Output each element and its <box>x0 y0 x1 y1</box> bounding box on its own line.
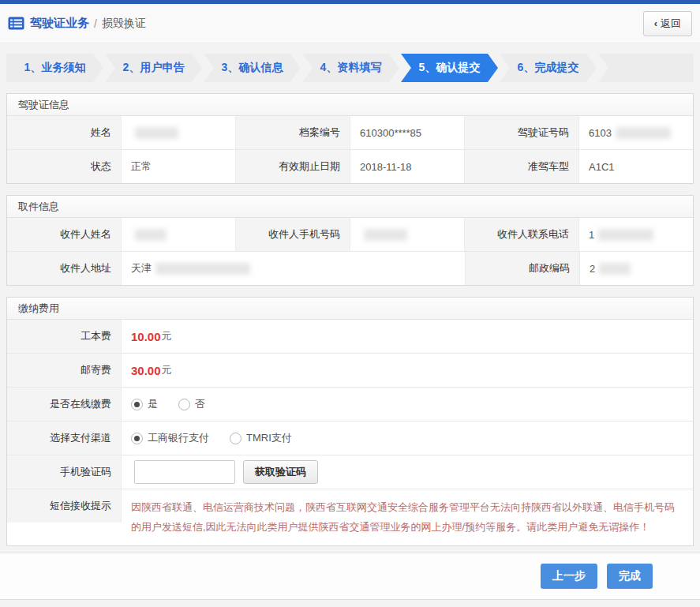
recipient-mobile-label: 收件人手机号码 <box>236 218 350 251</box>
address-value: 天津 <box>122 252 466 285</box>
breadcrumb-separator: / <box>94 17 97 30</box>
payment-title: 缴纳费用 <box>7 298 693 320</box>
status-value: 正常 <box>122 150 236 183</box>
sms-notice-row: 短信接收提示 因陕西省联通、电信运营商技术问题，陕西省互联网交通安全综合服务管理… <box>7 489 693 545</box>
postcode-label: 邮政编码 <box>466 252 580 285</box>
license-info-panel: 驾驶证信息 姓名 档案编号 610300****85 驾驶证号码 6103 状态… <box>6 93 694 184</box>
mailing-fee-amount: 30.00 <box>131 364 161 377</box>
recipient-mobile-value <box>350 218 465 251</box>
radio-icon <box>131 433 143 444</box>
step-wizard: 1、业务须知 2、用户申告 3、确认信息 4、资料填写 5、确认提交 6、完成提… <box>6 54 694 82</box>
redacted-name <box>135 127 178 139</box>
payment-channel-label: 选择支付渠道 <box>7 422 122 455</box>
captcha-controls: 获取验证码 <box>122 455 693 489</box>
address-label: 收件人地址 <box>7 252 122 285</box>
online-pay-no-radio[interactable]: 否 <box>178 397 205 411</box>
license-business-icon <box>8 17 24 30</box>
recipient-name-value <box>122 218 236 251</box>
channel-icbc-label: 工商银行支付 <box>148 431 209 445</box>
back-chevron-icon: ‹ <box>654 17 657 29</box>
back-button-label: 返回 <box>661 17 681 31</box>
captcha-row: 手机验证码 获取验证码 <box>7 455 693 489</box>
step-5-confirm-submit[interactable]: 5、确认提交 <box>401 54 498 82</box>
footer-actions: 上一步 完成 <box>0 553 700 600</box>
page-title: 驾驶证业务 <box>30 16 89 31</box>
file-no-value: 610300****85 <box>350 116 465 149</box>
production-fee-row: 工本费 10.00 元 <box>7 320 693 354</box>
expiry-value: 2018-11-18 <box>350 150 465 183</box>
expiry-label: 有效期止日期 <box>236 150 350 183</box>
license-no-value: 6103 <box>579 116 693 149</box>
redacted-license-no <box>616 127 671 139</box>
online-pay-label: 是否在线缴费 <box>7 388 122 421</box>
production-fee-amount: 10.00 <box>131 330 161 343</box>
step-2-user-declaration[interactable]: 2、用户申告 <box>105 54 202 82</box>
payment-channel-row: 选择支付渠道 工商银行支付 TMRI支付 <box>7 422 693 455</box>
captcha-input[interactable] <box>134 460 235 484</box>
step-1-business-notice[interactable]: 1、业务须知 <box>6 54 103 82</box>
fee-unit: 元 <box>162 329 172 343</box>
table-row: 姓名 档案编号 610300****85 驾驶证号码 6103 <box>7 116 693 150</box>
sms-notice-text: 因陕西省联通、电信运营商技术问题，陕西省互联网交通安全综合服务管理平台无法向持陕… <box>122 489 693 545</box>
online-pay-options: 是 否 <box>122 388 693 421</box>
online-pay-no-label: 否 <box>195 397 205 411</box>
table-row: 收件人地址 天津 邮政编码 2 <box>7 252 693 285</box>
radio-icon <box>178 399 190 410</box>
payment-panel: 缴纳费用 工本费 10.00 元 邮寄费 30.00 元 是否在线缴费 是 否 … <box>6 297 694 546</box>
channel-tmri-radio[interactable]: TMRI支付 <box>230 431 292 445</box>
captcha-label: 手机验证码 <box>7 455 122 489</box>
channel-tmri-label: TMRI支付 <box>246 431 292 445</box>
pickup-info-panel: 取件信息 收件人姓名 收件人手机号码 收件人联系电话 1 收件人地址 天津 邮政… <box>6 195 694 286</box>
vehicle-type-value: A1C1 <box>579 150 693 183</box>
recipient-phone-value: 1 <box>579 218 693 251</box>
payment-channel-options: 工商银行支付 TMRI支付 <box>122 422 693 455</box>
postcode-value: 2 <box>580 252 693 285</box>
previous-step-button[interactable]: 上一步 <box>541 564 597 589</box>
page-header: 驾驶证业务 / 损毁换证 ‹ 返回 <box>0 4 700 43</box>
radio-icon <box>131 399 143 410</box>
mailing-fee-label: 邮寄费 <box>7 354 122 387</box>
step-4-fill-materials[interactable]: 4、资料填写 <box>302 54 399 82</box>
production-fee-value: 10.00 元 <box>122 320 693 353</box>
online-pay-yes-label: 是 <box>148 397 158 411</box>
production-fee-label: 工本费 <box>7 320 122 353</box>
mailing-fee-row: 邮寄费 30.00 元 <box>7 354 693 388</box>
get-captcha-button[interactable]: 获取验证码 <box>243 460 318 484</box>
redacted-postcode <box>599 263 631 275</box>
step-6-complete-submit[interactable]: 6、完成提交 <box>500 54 597 82</box>
redacted-address <box>155 263 250 275</box>
breadcrumb-current: 损毁换证 <box>102 17 146 31</box>
channel-icbc-radio[interactable]: 工商银行支付 <box>131 431 209 445</box>
sms-notice-label: 短信接收提示 <box>7 489 122 523</box>
recipient-name-label: 收件人姓名 <box>7 218 122 251</box>
fee-unit: 元 <box>162 363 172 377</box>
table-row: 状态 正常 有效期止日期 2018-11-18 准驾车型 A1C1 <box>7 150 693 183</box>
mailing-fee-value: 30.00 元 <box>122 354 693 387</box>
online-pay-yes-radio[interactable]: 是 <box>131 397 158 411</box>
name-label: 姓名 <box>7 116 122 149</box>
step-3-confirm-info[interactable]: 3、确认信息 <box>204 54 301 82</box>
step-bar-filler <box>598 54 694 82</box>
license-no-label: 驾驶证号码 <box>465 116 579 149</box>
redacted-recipient-phone <box>598 229 653 241</box>
pickup-info-title: 取件信息 <box>7 196 693 218</box>
file-no-label: 档案编号 <box>236 116 350 149</box>
back-button[interactable]: ‹ 返回 <box>643 11 692 36</box>
finish-button[interactable]: 完成 <box>607 564 653 589</box>
redacted-recipient-name <box>135 229 167 241</box>
radio-icon <box>230 433 241 444</box>
recipient-phone-label: 收件人联系电话 <box>465 218 579 251</box>
license-info-title: 驾驶证信息 <box>7 94 693 116</box>
vehicle-type-label: 准驾车型 <box>465 150 579 183</box>
table-row: 收件人姓名 收件人手机号码 收件人联系电话 1 <box>7 218 693 252</box>
redacted-recipient-mobile <box>364 229 407 241</box>
name-value <box>122 116 236 149</box>
status-label: 状态 <box>7 150 122 183</box>
online-pay-row: 是否在线缴费 是 否 <box>7 388 693 422</box>
